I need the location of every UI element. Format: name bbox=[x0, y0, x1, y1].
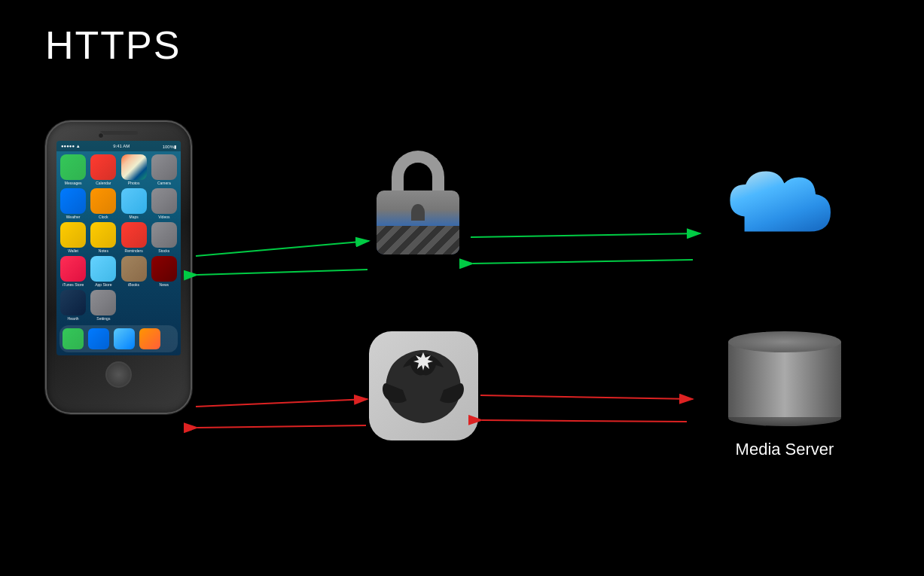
arrow-server-to-rogue bbox=[482, 420, 687, 422]
arrow-phone-to-lock bbox=[196, 241, 369, 256]
iphone-camera bbox=[98, 133, 104, 139]
media-server-label: Media Server bbox=[721, 440, 849, 459]
rogue-amoeba-icon bbox=[369, 331, 478, 440]
arrow-lock-to-cloud bbox=[471, 233, 700, 237]
iphone-icon: ●●●●● ▲ 9:41 AM 100%▮ Messages Calendar … bbox=[45, 120, 192, 414]
arrow-rogue-to-phone bbox=[197, 425, 366, 428]
iphone-screen: ●●●●● ▲ 9:41 AM 100%▮ Messages Calendar … bbox=[56, 141, 181, 355]
iphone-home-button bbox=[105, 361, 132, 388]
lock-icon bbox=[369, 151, 467, 275]
arrow-lock-to-phone bbox=[197, 270, 367, 275]
arrow-cloud-to-lock bbox=[473, 260, 693, 264]
iphone-speaker bbox=[100, 131, 138, 135]
arrow-phone-to-rogue bbox=[196, 399, 367, 407]
media-server-icon: Media Server bbox=[721, 331, 849, 456]
icloud-icon bbox=[709, 158, 837, 256]
arrow-rogue-to-server bbox=[480, 395, 693, 399]
page-title: HTTPS bbox=[45, 23, 181, 68]
